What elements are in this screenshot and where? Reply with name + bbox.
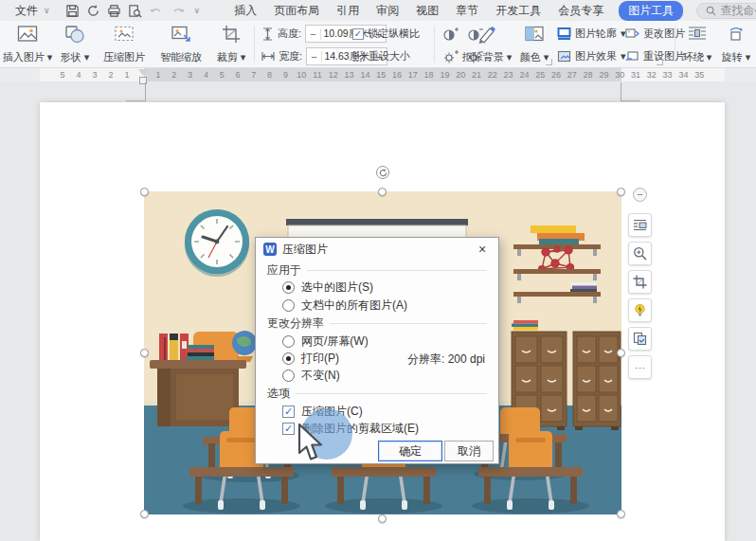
tab-开发工具[interactable]: 开发工具 bbox=[488, 1, 549, 21]
layout-options-button[interactable] bbox=[628, 213, 652, 237]
qat-dropdown-icon[interactable]: ∨ bbox=[194, 6, 201, 15]
resize-handle-middle-right[interactable] bbox=[617, 349, 625, 357]
ribbon-separator bbox=[434, 26, 435, 63]
lock-aspect-check-icon[interactable]: ✓ bbox=[352, 28, 364, 40]
undo-icon[interactable] bbox=[149, 4, 164, 17]
resize-handle-bottom-right[interactable] bbox=[617, 510, 625, 518]
reset-picture-button[interactable]: 重设图片 bbox=[625, 47, 685, 65]
increase-brightness-icon[interactable] bbox=[443, 50, 459, 63]
close-icon[interactable]: × bbox=[474, 242, 491, 257]
tab-页面布局[interactable]: 页面布局 bbox=[266, 1, 327, 21]
height-minus-button[interactable]: − bbox=[306, 28, 321, 40]
ruler-number: 6 bbox=[235, 70, 240, 80]
radio-unchanged[interactable]: 不变(N) bbox=[282, 368, 340, 384]
ruler-number: 12 bbox=[329, 70, 338, 80]
picture-outline-button[interactable]: 图片轮廓▾ bbox=[557, 25, 626, 43]
rotate-handle[interactable] bbox=[376, 166, 389, 179]
ruler-number: 34 bbox=[678, 70, 688, 80]
collapse-side-toolbar-button[interactable]: − bbox=[633, 188, 647, 202]
ruler-number: 33 bbox=[663, 70, 673, 80]
insert-picture-button[interactable]: 插入图片 ▾ bbox=[2, 23, 53, 65]
ruler-number: 19 bbox=[440, 70, 449, 80]
resize-handle-bottom-center[interactable] bbox=[378, 514, 387, 523]
ribbon: 插入图片 ▾ 形状 ▾ 压缩图片 智能缩放 裁剪 ▾ 高度: − 10.09厘米… bbox=[0, 21, 756, 68]
compress-picture-button[interactable]: 压缩图片 bbox=[97, 23, 152, 65]
more-options-button[interactable]: ··· bbox=[628, 355, 652, 379]
ruler-number: 3 bbox=[92, 70, 97, 80]
ruler-number: 25 bbox=[535, 70, 545, 80]
options-group-label: 选项 bbox=[267, 386, 487, 402]
redo-icon[interactable] bbox=[171, 4, 186, 17]
tab-章节[interactable]: 章节 bbox=[448, 1, 486, 21]
radio-all-pictures[interactable]: 文档中的所有图片(A) bbox=[282, 298, 407, 314]
cancel-button[interactable]: 取消 bbox=[444, 441, 494, 461]
resize-handle-middle-left[interactable] bbox=[140, 349, 149, 357]
picture-effects-button[interactable]: 图片效果▾ bbox=[557, 47, 626, 65]
radio-web-screen[interactable]: 网页/屏幕(W) bbox=[282, 334, 369, 350]
ruler-number: 11 bbox=[313, 70, 321, 80]
tab-会员专享[interactable]: 会员专享 bbox=[550, 1, 611, 21]
convert-picture-button[interactable] bbox=[628, 327, 652, 351]
ruler-number: 35 bbox=[694, 70, 704, 80]
dialog-title-bar[interactable]: W 压缩图片 × bbox=[256, 238, 498, 261]
save-icon[interactable] bbox=[65, 4, 80, 18]
width-icon bbox=[261, 50, 275, 63]
crop-picture-button[interactable] bbox=[628, 270, 652, 294]
tab-视图[interactable]: 视图 bbox=[408, 1, 446, 21]
file-menu[interactable]: 文件 bbox=[15, 3, 38, 19]
margin-corner-mark bbox=[621, 82, 621, 101]
export-pdf-icon[interactable] bbox=[86, 4, 100, 18]
checkbox-icon[interactable]: ✓ bbox=[282, 423, 295, 435]
rotate-button[interactable]: 旋转 ▾ bbox=[718, 23, 754, 65]
radio-selected-pictures[interactable]: 选中的图片(S) bbox=[282, 280, 373, 296]
lock-aspect-checkbox[interactable]: ✓ 锁定纵横比 bbox=[352, 25, 420, 43]
ruler-number: 10 bbox=[297, 70, 306, 80]
smart-scale-button[interactable]: 智能缩放 bbox=[153, 23, 208, 65]
reset-size-icon bbox=[352, 50, 365, 63]
radio-print[interactable]: 打印(P) bbox=[282, 351, 339, 367]
convert-pages-icon bbox=[633, 332, 647, 346]
tab-picture-tools[interactable]: 图片工具 bbox=[619, 1, 683, 21]
tab-审阅[interactable]: 审阅 bbox=[369, 1, 406, 21]
radio-icon[interactable] bbox=[282, 299, 295, 312]
resize-handle-top-left[interactable] bbox=[140, 188, 149, 196]
ribbon-separator bbox=[675, 26, 675, 63]
command-search[interactable]: 查找命令... bbox=[696, 3, 756, 19]
crop-button[interactable]: 裁剪 ▾ bbox=[210, 23, 252, 65]
smart-ideas-button[interactable] bbox=[628, 298, 652, 322]
resize-handle-top-right[interactable] bbox=[617, 188, 625, 196]
chevron-down-icon[interactable]: ∨ bbox=[44, 6, 50, 15]
resize-handle-bottom-left[interactable] bbox=[140, 510, 149, 518]
color-button[interactable]: 颜色 ▾ bbox=[517, 23, 551, 65]
magnifier-plus-icon bbox=[633, 246, 647, 261]
remove-background-icon bbox=[477, 25, 497, 44]
zoom-picture-button[interactable] bbox=[628, 242, 652, 265]
resize-handle-top-center[interactable] bbox=[378, 188, 387, 196]
ruler-number: 3 bbox=[188, 70, 192, 80]
print-preview-icon[interactable] bbox=[128, 4, 142, 18]
increase-contrast-icon[interactable] bbox=[443, 27, 459, 41]
ok-button[interactable]: 确定 bbox=[378, 441, 442, 461]
picture-group-launcher[interactable] bbox=[657, 59, 663, 65]
wrap-button[interactable]: 环绕 ▾ bbox=[678, 23, 716, 65]
tab-插入[interactable]: 插入 bbox=[226, 1, 264, 21]
radio-icon[interactable] bbox=[282, 335, 295, 348]
ruler-number: 26 bbox=[551, 70, 561, 80]
remove-background-button[interactable]: 抠除背景 ▾ bbox=[459, 23, 515, 65]
apply-group-label: 应用于 bbox=[267, 262, 487, 279]
shapes-button[interactable]: 形状 ▾ bbox=[55, 23, 95, 65]
change-picture-button[interactable]: 更改图片 bbox=[625, 25, 685, 43]
checkbox-icon[interactable]: ✓ bbox=[282, 406, 295, 418]
radio-icon[interactable] bbox=[282, 352, 295, 365]
indent-marker[interactable] bbox=[138, 69, 148, 76]
reset-size-button[interactable]: 重设大小 bbox=[352, 47, 410, 65]
smart-scale-icon bbox=[171, 25, 191, 44]
ruler-number: 28 bbox=[584, 70, 593, 80]
width-minus-button[interactable]: − bbox=[307, 51, 322, 63]
print-icon[interactable] bbox=[107, 4, 121, 18]
ruler-number: 24 bbox=[519, 70, 529, 80]
tab-引用[interactable]: 引用 bbox=[329, 1, 367, 21]
radio-icon[interactable] bbox=[282, 281, 295, 294]
ruler-number: 5 bbox=[60, 70, 64, 80]
radio-icon[interactable] bbox=[282, 370, 295, 382]
